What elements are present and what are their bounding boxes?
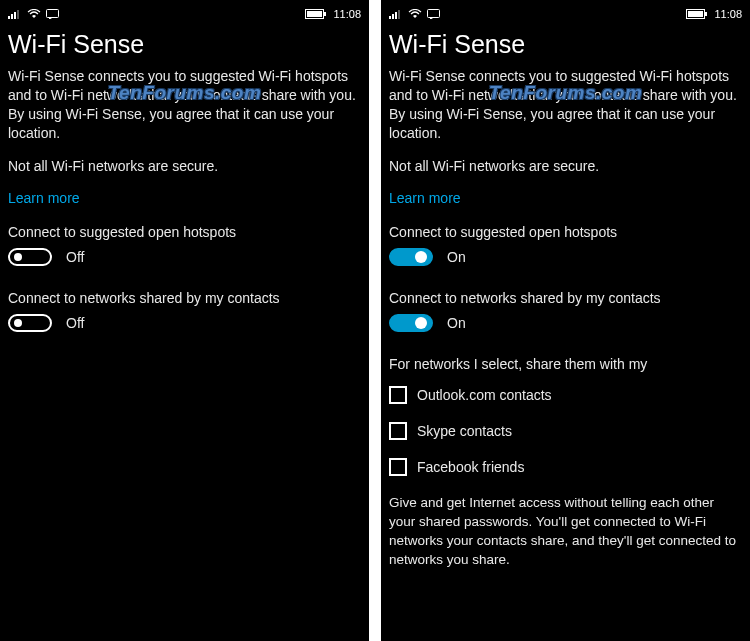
learn-more-link[interactable]: Learn more bbox=[8, 190, 80, 206]
message-icon bbox=[427, 9, 440, 19]
intro-text: Wi-Fi Sense connects you to suggested Wi… bbox=[389, 67, 742, 143]
status-time: 11:08 bbox=[714, 8, 742, 20]
checkbox-row-skype: Skype contacts bbox=[389, 422, 742, 440]
hotspots-toggle[interactable] bbox=[8, 248, 52, 266]
phone-screen-right: 11:08 Wi-Fi Sense TenForums.com Wi-Fi Se… bbox=[381, 0, 750, 641]
hotspots-label: Connect to suggested open hotspots bbox=[389, 224, 742, 240]
learn-more-link[interactable]: Learn more bbox=[389, 190, 461, 206]
skype-checkbox[interactable] bbox=[389, 422, 407, 440]
svg-rect-3 bbox=[17, 10, 19, 19]
contacts-toggle[interactable] bbox=[8, 314, 52, 332]
contacts-state: Off bbox=[66, 315, 84, 331]
content-area: Wi-Fi Sense TenForums.com Wi-Fi Sense co… bbox=[8, 30, 361, 332]
hotspots-state: Off bbox=[66, 249, 84, 265]
page-title: Wi-Fi Sense bbox=[389, 30, 742, 59]
content-area: Wi-Fi Sense TenForums.com Wi-Fi Sense co… bbox=[389, 30, 742, 570]
share-heading: For networks I select, share them with m… bbox=[389, 356, 742, 372]
status-bar: 11:08 bbox=[8, 4, 361, 24]
svg-rect-15 bbox=[705, 12, 707, 16]
message-icon bbox=[46, 9, 59, 19]
phone-screen-left: 11:08 Wi-Fi Sense TenForums.com Wi-Fi Se… bbox=[0, 0, 369, 641]
svg-rect-10 bbox=[395, 12, 397, 19]
hotspots-state: On bbox=[447, 249, 466, 265]
hotspots-toggle[interactable] bbox=[389, 248, 433, 266]
page-title: Wi-Fi Sense bbox=[8, 30, 361, 59]
wifi-icon bbox=[27, 9, 41, 19]
wifi-icon bbox=[408, 9, 422, 19]
outlook-checkbox[interactable] bbox=[389, 386, 407, 404]
svg-rect-12 bbox=[428, 10, 440, 18]
contacts-state: On bbox=[447, 315, 466, 331]
facebook-checkbox[interactable] bbox=[389, 458, 407, 476]
battery-icon bbox=[305, 9, 327, 19]
svg-rect-11 bbox=[398, 10, 400, 19]
secure-note: Not all Wi-Fi networks are secure. bbox=[8, 157, 361, 176]
checkbox-row-outlook: Outlook.com contacts bbox=[389, 386, 742, 404]
svg-rect-14 bbox=[688, 11, 703, 17]
signal-icon bbox=[389, 9, 403, 19]
signal-icon bbox=[8, 9, 22, 19]
svg-rect-0 bbox=[8, 16, 10, 19]
contacts-label: Connect to networks shared by my contact… bbox=[8, 290, 361, 306]
intro-text: Wi-Fi Sense connects you to suggested Wi… bbox=[8, 67, 361, 143]
battery-icon bbox=[686, 9, 708, 19]
svg-rect-9 bbox=[392, 14, 394, 19]
secure-note: Not all Wi-Fi networks are secure. bbox=[389, 157, 742, 176]
checkbox-row-facebook: Facebook friends bbox=[389, 458, 742, 476]
contacts-toggle[interactable] bbox=[389, 314, 433, 332]
svg-rect-7 bbox=[324, 12, 326, 16]
outlook-checkbox-label: Outlook.com contacts bbox=[417, 387, 552, 403]
svg-rect-2 bbox=[14, 12, 16, 19]
svg-rect-6 bbox=[307, 11, 322, 17]
status-time: 11:08 bbox=[333, 8, 361, 20]
hotspots-label: Connect to suggested open hotspots bbox=[8, 224, 361, 240]
svg-rect-4 bbox=[47, 10, 59, 18]
skype-checkbox-label: Skype contacts bbox=[417, 423, 512, 439]
status-bar: 11:08 bbox=[389, 4, 742, 24]
svg-rect-8 bbox=[389, 16, 391, 19]
facebook-checkbox-label: Facebook friends bbox=[417, 459, 524, 475]
contacts-label: Connect to networks shared by my contact… bbox=[389, 290, 742, 306]
info-text: Give and get Internet access without tel… bbox=[389, 494, 742, 570]
svg-rect-1 bbox=[11, 14, 13, 19]
